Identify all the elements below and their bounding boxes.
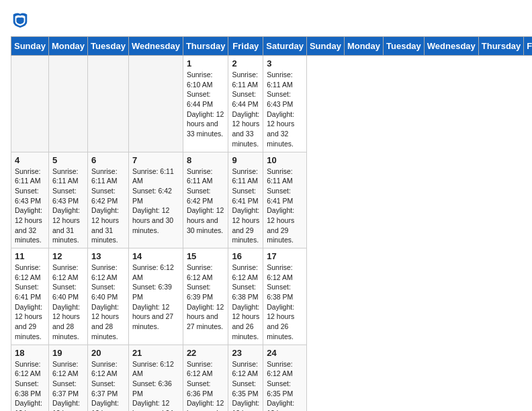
day-of-week-header: Sunday — [11, 37, 49, 56]
day-info: Sunrise: 6:12 AM Sunset: 6:37 PM Dayligh… — [52, 359, 84, 412]
day-number: 22 — [187, 348, 225, 358]
calendar-day-cell: 22Sunrise: 6:12 AM Sunset: 6:36 PM Dayli… — [183, 345, 228, 411]
day-number: 3 — [267, 58, 303, 68]
day-number: 6 — [91, 155, 125, 165]
day-of-week-header: Thursday — [183, 37, 228, 56]
calendar-day-cell: 12Sunrise: 6:12 AM Sunset: 6:40 PM Dayli… — [48, 248, 87, 345]
calendar-day-cell: 8Sunrise: 6:11 AM Sunset: 6:42 PM Daylig… — [183, 152, 228, 248]
day-info: Sunrise: 6:11 AM Sunset: 6:41 PM Dayligh… — [232, 167, 259, 246]
calendar-day-cell: 3Sunrise: 6:11 AM Sunset: 6:43 PM Daylig… — [263, 56, 307, 152]
day-info: Sunrise: 6:12 AM Sunset: 6:36 PM Dayligh… — [132, 359, 179, 412]
calendar-week-row: 11Sunrise: 6:12 AM Sunset: 6:41 PM Dayli… — [11, 248, 533, 345]
day-info: Sunrise: 6:12 AM Sunset: 6:35 PM Dayligh… — [232, 359, 259, 412]
logo — [11, 11, 32, 30]
calendar-day-cell — [48, 56, 87, 152]
day-of-week-header: Saturday — [263, 37, 307, 56]
day-header: Sunday — [306, 37, 344, 56]
calendar-day-cell: 23Sunrise: 6:12 AM Sunset: 6:35 PM Dayli… — [228, 345, 263, 411]
calendar-day-cell: 9Sunrise: 6:11 AM Sunset: 6:41 PM Daylig… — [228, 152, 263, 248]
day-number: 7 — [132, 155, 179, 165]
calendar-day-cell: 1Sunrise: 6:10 AM Sunset: 6:44 PM Daylig… — [183, 56, 228, 152]
day-info: Sunrise: 6:11 AM Sunset: 6:42 PM Dayligh… — [187, 167, 225, 236]
calendar-week-row: 1Sunrise: 6:10 AM Sunset: 6:44 PM Daylig… — [11, 56, 533, 152]
day-info: Sunrise: 6:11 AM Sunset: 6:41 PM Dayligh… — [267, 167, 303, 246]
day-number: 10 — [267, 155, 303, 165]
calendar-table: SundayMondayTuesdayWednesdayThursdayFrid… — [11, 36, 532, 411]
day-number: 11 — [15, 251, 45, 261]
day-number: 14 — [132, 251, 179, 261]
calendar-day-cell: 24Sunrise: 6:12 AM Sunset: 6:35 PM Dayli… — [263, 345, 307, 411]
calendar-day-cell: 21Sunrise: 6:12 AM Sunset: 6:36 PM Dayli… — [128, 345, 183, 411]
day-number: 19 — [52, 348, 84, 358]
day-info: Sunrise: 6:12 AM Sunset: 6:37 PM Dayligh… — [91, 359, 125, 412]
day-number: 18 — [15, 348, 45, 358]
calendar-day-cell: 5Sunrise: 6:11 AM Sunset: 6:43 PM Daylig… — [48, 152, 87, 248]
day-number: 24 — [267, 348, 303, 358]
calendar-day-cell — [88, 56, 129, 152]
day-number: 12 — [52, 251, 84, 261]
day-number: 1 — [187, 58, 225, 68]
calendar-day-cell: 18Sunrise: 6:12 AM Sunset: 6:38 PM Dayli… — [11, 345, 49, 411]
calendar-day-cell: 2Sunrise: 6:11 AM Sunset: 6:44 PM Daylig… — [228, 56, 263, 152]
calendar-day-cell: 10Sunrise: 6:11 AM Sunset: 6:41 PM Dayli… — [263, 152, 307, 248]
day-number: 20 — [91, 348, 125, 358]
calendar-day-cell — [128, 56, 183, 152]
day-info: Sunrise: 6:11 AM Sunset: 6:44 PM Dayligh… — [232, 70, 259, 149]
day-info: Sunrise: 6:12 AM Sunset: 6:35 PM Dayligh… — [267, 359, 303, 412]
calendar-day-cell: 11Sunrise: 6:12 AM Sunset: 6:41 PM Dayli… — [11, 248, 49, 345]
day-info: Sunrise: 6:11 AM Sunset: 6:43 PM Dayligh… — [267, 70, 303, 149]
day-info: Sunrise: 6:12 AM Sunset: 6:41 PM Dayligh… — [15, 263, 45, 342]
calendar-day-cell: 20Sunrise: 6:12 AM Sunset: 6:37 PM Dayli… — [88, 345, 129, 411]
calendar-day-cell: 17Sunrise: 6:12 AM Sunset: 6:38 PM Dayli… — [263, 248, 307, 345]
day-info: Sunrise: 6:11 AM Sunset: 6:43 PM Dayligh… — [15, 167, 45, 246]
day-header: Tuesday — [384, 37, 425, 56]
day-header: Friday — [524, 37, 532, 56]
day-number: 9 — [232, 155, 259, 165]
day-info: Sunrise: 6:12 AM Sunset: 6:38 PM Dayligh… — [267, 263, 303, 342]
calendar-header-row: SundayMondayTuesdayWednesdayThursdayFrid… — [11, 37, 533, 56]
day-number: 5 — [52, 155, 84, 165]
day-number: 16 — [232, 251, 259, 261]
day-info: Sunrise: 6:12 AM Sunset: 6:36 PM Dayligh… — [187, 359, 225, 412]
day-number: 23 — [232, 348, 259, 358]
day-info: Sunrise: 6:12 AM Sunset: 6:40 PM Dayligh… — [91, 263, 125, 342]
calendar-day-cell: 4Sunrise: 6:11 AM Sunset: 6:43 PM Daylig… — [11, 152, 49, 248]
day-of-week-header: Monday — [48, 37, 87, 56]
day-number: 15 — [187, 251, 225, 261]
page-header — [11, 11, 521, 30]
day-number: 21 — [132, 348, 179, 358]
day-info: Sunrise: 6:12 AM Sunset: 6:38 PM Dayligh… — [232, 263, 259, 342]
calendar-day-cell: 16Sunrise: 6:12 AM Sunset: 6:38 PM Dayli… — [228, 248, 263, 345]
day-info: Sunrise: 6:12 AM Sunset: 6:38 PM Dayligh… — [15, 359, 45, 412]
calendar-day-cell: 13Sunrise: 6:12 AM Sunset: 6:40 PM Dayli… — [88, 248, 129, 345]
day-info: Sunrise: 6:11 AM Sunset: 6:43 PM Dayligh… — [52, 167, 84, 246]
calendar-day-cell: 6Sunrise: 6:11 AM Sunset: 6:42 PM Daylig… — [88, 152, 129, 248]
day-header: Wednesday — [424, 37, 478, 56]
day-info: Sunrise: 6:12 AM Sunset: 6:39 PM Dayligh… — [187, 263, 225, 332]
logo-icon — [11, 11, 30, 30]
day-of-week-header: Tuesday — [88, 37, 129, 56]
day-info: Sunrise: 6:11 AM Sunset: 6:42 PM Dayligh… — [132, 167, 179, 236]
day-info: Sunrise: 6:10 AM Sunset: 6:44 PM Dayligh… — [187, 70, 225, 139]
calendar-day-cell: 14Sunrise: 6:12 AM Sunset: 6:39 PM Dayli… — [128, 248, 183, 345]
day-number: 2 — [232, 58, 259, 68]
calendar-week-row: 4Sunrise: 6:11 AM Sunset: 6:43 PM Daylig… — [11, 152, 533, 248]
day-number: 17 — [267, 251, 303, 261]
day-of-week-header: Wednesday — [128, 37, 183, 56]
day-header: Monday — [344, 37, 383, 56]
day-info: Sunrise: 6:12 AM Sunset: 6:39 PM Dayligh… — [132, 263, 179, 332]
day-info: Sunrise: 6:11 AM Sunset: 6:42 PM Dayligh… — [91, 167, 125, 246]
calendar-day-cell: 7Sunrise: 6:11 AM Sunset: 6:42 PM Daylig… — [128, 152, 183, 248]
day-number: 4 — [15, 155, 45, 165]
calendar-day-cell: 19Sunrise: 6:12 AM Sunset: 6:37 PM Dayli… — [48, 345, 87, 411]
day-number: 8 — [187, 155, 225, 165]
day-info: Sunrise: 6:12 AM Sunset: 6:40 PM Dayligh… — [52, 263, 84, 342]
calendar-week-row: 18Sunrise: 6:12 AM Sunset: 6:38 PM Dayli… — [11, 345, 533, 411]
calendar-day-cell: 15Sunrise: 6:12 AM Sunset: 6:39 PM Dayli… — [183, 248, 228, 345]
day-of-week-header: Friday — [228, 37, 263, 56]
day-number: 13 — [91, 251, 125, 261]
calendar-day-cell — [11, 56, 49, 152]
day-header: Thursday — [478, 37, 524, 56]
